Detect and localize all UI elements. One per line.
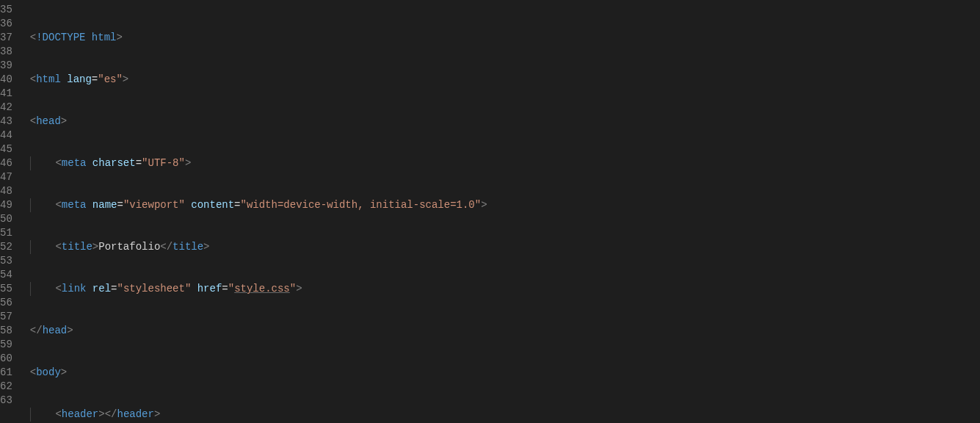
line-number: 39 — [0, 59, 12, 73]
line-number: 36 — [0, 17, 12, 31]
code-line[interactable]: <meta name="viewport" content="width=dev… — [30, 198, 980, 212]
code-line[interactable]: <html lang="es"> — [30, 73, 980, 87]
line-number: 37 — [0, 31, 12, 45]
line-number: 63 — [0, 394, 12, 408]
code-line[interactable]: <body> — [30, 366, 980, 380]
line-number: 60 — [0, 352, 12, 366]
line-number: 35 — [0, 3, 12, 17]
line-number: 62 — [0, 380, 12, 394]
code-line[interactable]: <link rel="stylesheet" href="style.css"> — [30, 282, 980, 296]
line-number: 59 — [0, 338, 12, 352]
line-number: 58 — [0, 324, 12, 338]
line-number: 53 — [0, 254, 12, 268]
line-number: 38 — [0, 45, 12, 59]
line-number: 49 — [0, 198, 12, 212]
code-line[interactable]: <meta charset="UTF-8"> — [30, 156, 980, 170]
code-line[interactable]: </head> — [30, 324, 980, 338]
line-number: 56 — [0, 296, 12, 310]
line-number: 46 — [0, 156, 12, 170]
line-number: 48 — [0, 184, 12, 198]
line-number: 61 — [0, 366, 12, 380]
line-number: 50 — [0, 212, 12, 226]
code-area[interactable]: <!DOCTYPE html> <html lang="es"> <head> … — [21, 0, 980, 423]
code-editor[interactable]: 35 36 37 38 39 40 41 42 43 44 45 46 47 4… — [0, 0, 980, 423]
line-number: 51 — [0, 226, 12, 240]
line-number: 41 — [0, 87, 12, 101]
line-number: 44 — [0, 129, 12, 142]
line-number-gutter: 35 36 37 38 39 40 41 42 43 44 45 46 47 4… — [0, 0, 21, 423]
line-number: 42 — [0, 101, 12, 115]
code-line[interactable]: <title>Portafolio</title> — [30, 240, 980, 254]
line-number: 52 — [0, 240, 12, 254]
line-number: 54 — [0, 268, 12, 282]
line-number: 57 — [0, 310, 12, 324]
line-number: 55 — [0, 282, 12, 296]
code-line[interactable]: <!DOCTYPE html> — [30, 31, 980, 45]
code-line[interactable]: <head> — [30, 115, 980, 129]
line-number: 45 — [0, 142, 12, 156]
line-number: 40 — [0, 73, 12, 87]
line-number: 43 — [0, 115, 12, 129]
line-number: 47 — [0, 170, 12, 184]
code-line[interactable]: <header></header> — [30, 408, 980, 422]
